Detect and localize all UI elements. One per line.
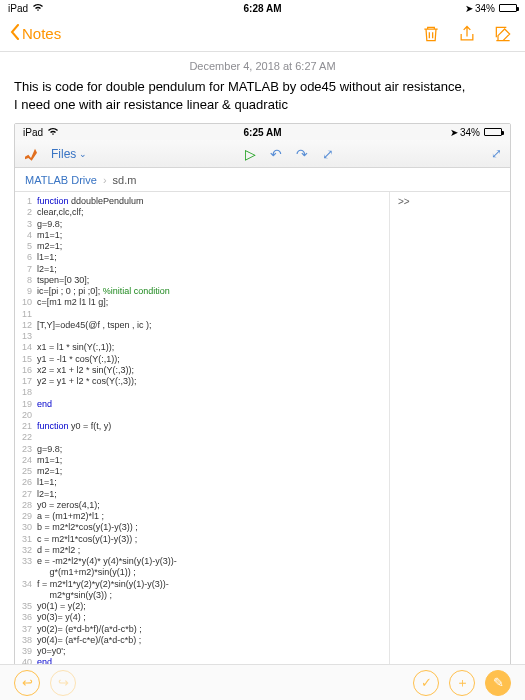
location-icon: ➤ — [465, 3, 473, 14]
note-body: December 4, 2018 at 6:27 AM This is code… — [0, 52, 525, 697]
status-left: iPad — [8, 3, 178, 14]
run-button[interactable]: ▷ — [245, 146, 256, 162]
trash-button[interactable] — [419, 22, 443, 46]
location-icon: ➤ — [450, 127, 458, 138]
files-dropdown[interactable]: Files ⌄ — [51, 147, 87, 161]
breadcrumb-file: sd.m — [113, 174, 137, 186]
embed-device: iPad — [23, 127, 43, 138]
code-listing: 1function ddoublePendulum2clear,clc,clf;… — [15, 192, 389, 684]
share-button[interactable] — [455, 22, 479, 46]
device-label: iPad — [8, 3, 28, 14]
back-button[interactable]: Notes — [10, 24, 61, 43]
console-prompt: >> — [398, 196, 410, 207]
embed-batt: 34% — [460, 127, 480, 138]
note-line2: I need one with air resistance linear & … — [14, 97, 288, 112]
matlab-logo-icon — [23, 146, 39, 162]
back-label: Notes — [22, 25, 61, 42]
undo-note-button[interactable]: ↩ — [14, 670, 40, 696]
nav-bar: Notes — [0, 16, 525, 52]
redo-note-button[interactable]: ↪ — [50, 670, 76, 696]
note-toolbar: ↩ ↪ ✓ ＋ ✎ — [0, 664, 525, 700]
status-time: 6:28 AM — [178, 3, 348, 14]
breadcrumb-root[interactable]: MATLAB Drive — [25, 174, 97, 186]
battery-pct: 34% — [475, 3, 495, 14]
console-pane[interactable]: >> — [390, 192, 510, 684]
matlab-toolbar: Files ⌄ ▷ ↶ ↷ ⤢ ⤢ — [15, 140, 510, 168]
editor: 1function ddoublePendulum2clear,clc,clf;… — [15, 192, 510, 684]
add-button[interactable]: ＋ — [449, 670, 475, 696]
status-right: ➤ 34% — [347, 3, 517, 14]
fullscreen-button[interactable]: ⤢ — [491, 146, 502, 161]
note-text[interactable]: This is code for double pendulum for MAT… — [14, 78, 511, 113]
embedded-matlab-screenshot[interactable]: iPad 6:25 AM ➤34% Files ⌄ ▷ ↶ ↷ ⤢ ⤢ — [14, 123, 511, 685]
battery-icon — [484, 128, 502, 136]
redo-button[interactable]: ↷ — [296, 146, 308, 162]
wifi-icon — [32, 3, 44, 14]
battery-icon — [499, 4, 517, 12]
files-label: Files — [51, 147, 76, 161]
note-line1: This is code for double pendulum for MAT… — [14, 79, 465, 94]
code-pane[interactable]: 1function ddoublePendulum2clear,clc,clf;… — [15, 192, 390, 684]
status-bar: iPad 6:28 AM ➤ 34% — [0, 0, 525, 16]
draw-button[interactable]: ✎ — [485, 670, 511, 696]
embed-status-bar: iPad 6:25 AM ➤34% — [15, 124, 510, 140]
chevron-right-icon: › — [103, 174, 107, 186]
chevron-left-icon — [10, 24, 20, 43]
chevron-down-icon: ⌄ — [79, 149, 87, 159]
compose-button[interactable] — [491, 22, 515, 46]
wifi-icon — [47, 127, 59, 138]
checklist-button[interactable]: ✓ — [413, 670, 439, 696]
path-bar: MATLAB Drive › sd.m — [15, 168, 510, 192]
expand-button[interactable]: ⤢ — [322, 146, 334, 162]
undo-button[interactable]: ↶ — [270, 146, 282, 162]
note-date: December 4, 2018 at 6:27 AM — [14, 60, 511, 72]
embed-time: 6:25 AM — [183, 127, 343, 138]
